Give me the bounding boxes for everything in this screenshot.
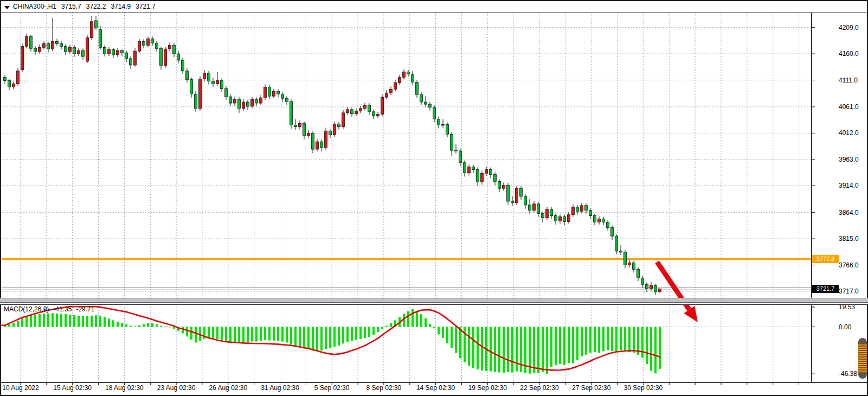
price-axis-label: 4012.0 bbox=[839, 129, 859, 137]
macd-axis-label: 0.00 bbox=[839, 323, 851, 331]
price-axis-label: 3914.0 bbox=[839, 182, 859, 189]
symbol-dropdown-icon[interactable] bbox=[4, 6, 10, 9]
price-axis-label: 3963.0 bbox=[839, 156, 859, 163]
macd-main-value: -41.35 bbox=[53, 305, 72, 313]
last-price-line bbox=[2, 288, 812, 290]
time-axis-label: 26 Aug 02:30 bbox=[198, 384, 258, 392]
time-axis-label: 18 Aug 02:30 bbox=[94, 384, 154, 392]
ohlc-high: 3722.2 bbox=[86, 3, 106, 10]
time-axis-label: 8 Sep 02:30 bbox=[354, 384, 414, 392]
scrollbar-thumb[interactable] bbox=[858, 338, 867, 379]
ohlc-close: 3721.7 bbox=[136, 3, 156, 10]
time-axis-label: 5 Sep 02:30 bbox=[302, 384, 362, 392]
last-price-badge: 3721.7 bbox=[812, 285, 839, 293]
chart-canvas[interactable] bbox=[0, 0, 868, 396]
chart-header: CHINA300-,H13715.73722.23714.93721.7 bbox=[4, 3, 156, 11]
price-axis-label: 3815.0 bbox=[839, 235, 859, 242]
ohlc-open: 3715.7 bbox=[61, 3, 81, 10]
time-axis-label: 23 Aug 02:30 bbox=[146, 384, 206, 392]
time-axis-label: 19 Sep 02:30 bbox=[458, 384, 517, 392]
scrollbar-cap-top bbox=[858, 338, 867, 343]
candles bbox=[4, 16, 661, 295]
orange-price-badge: 3777.3 bbox=[812, 255, 839, 263]
price-axis-label: 4209.0 bbox=[839, 24, 859, 31]
macd-name: MACD(12,26,9) bbox=[4, 305, 49, 313]
price-axis-label: 3717.0 bbox=[839, 288, 859, 295]
symbol-title: CHINA300-,H1 bbox=[13, 3, 56, 10]
time-axis-label: 15 Aug 02:30 bbox=[43, 384, 102, 392]
pane-separator[interactable] bbox=[0, 298, 868, 305]
price-axis-label: 4111.0 bbox=[839, 76, 858, 84]
macd-axis-label: -46.38 bbox=[839, 370, 857, 378]
time-axis-label: 31 Aug 02:30 bbox=[250, 384, 310, 392]
time-axis-label: 14 Sep 02:30 bbox=[406, 384, 466, 392]
price-axis-label: 4061.0 bbox=[839, 103, 859, 111]
price-axis-label: 3766.0 bbox=[839, 261, 859, 269]
ohlc-low: 3714.9 bbox=[111, 3, 131, 10]
price-axis-label: 4160.0 bbox=[839, 50, 859, 58]
trend-arrow bbox=[657, 262, 698, 322]
time-axis-label: 30 Sep 02:30 bbox=[613, 384, 673, 392]
macd-indicator-label: MACD(12,26,9)-41.35-29.71 bbox=[4, 305, 94, 313]
price-axis-label: 3864.0 bbox=[839, 209, 859, 216]
macd-signal-value: -29.71 bbox=[76, 305, 94, 313]
chart-window: CHINA300-,H13715.73722.23714.93721.7 MAC… bbox=[0, 0, 868, 396]
time-axis-label: 27 Sep 02:30 bbox=[562, 384, 621, 392]
macd-histogram bbox=[4, 309, 661, 374]
time-axis-label: 22 Sep 02:30 bbox=[510, 384, 569, 392]
